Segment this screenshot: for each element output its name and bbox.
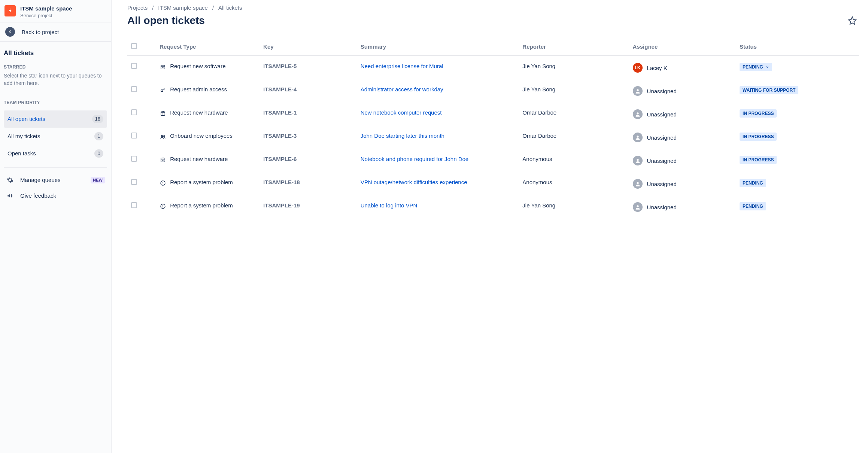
ticket-summary-link[interactable]: VPN outage/network difficulties experien… — [361, 179, 467, 185]
ticket-key[interactable]: ITSAMPLE-1 — [263, 109, 297, 116]
row-checkbox[interactable] — [131, 156, 137, 162]
reporter-name: Omar Darboe — [522, 109, 556, 116]
status-text: PENDING — [743, 204, 763, 209]
assignee-cell[interactable]: Unassigned — [633, 133, 732, 142]
megaphone-icon — [6, 192, 14, 199]
alert-icon — [160, 180, 166, 186]
col-status[interactable]: Status — [736, 40, 859, 56]
assignee-name: Lacey K — [647, 65, 667, 71]
alert-icon — [160, 203, 166, 210]
assignee-cell[interactable]: Unassigned — [633, 86, 732, 96]
main-content: Projects / ITSM sample space / All ticke… — [112, 0, 868, 453]
col-reporter[interactable]: Reporter — [519, 40, 629, 56]
status-badge[interactable]: PENDING — [740, 202, 766, 210]
add-app-icon — [160, 64, 166, 70]
ticket-summary-link[interactable]: Need enterprise license for Mural — [361, 63, 443, 69]
ticket-key[interactable]: ITSAMPLE-5 — [263, 63, 297, 69]
starred-heading: STARRED — [4, 62, 107, 72]
give-feedback-button[interactable]: Give feedback — [3, 188, 108, 204]
avatar — [633, 109, 643, 119]
row-checkbox[interactable] — [131, 86, 137, 92]
request-type-text: Request new hardware — [170, 109, 228, 116]
assignee-cell[interactable]: Unassigned — [633, 156, 732, 165]
table-row: Request new hardwareITSAMPLE-6Notebook a… — [127, 149, 859, 172]
svg-point-13 — [637, 205, 638, 207]
reporter-name: Anonymous — [522, 156, 552, 162]
table-row: Request admin accessITSAMPLE-4Administra… — [127, 79, 859, 103]
col-request-type[interactable]: Request Type — [156, 40, 260, 56]
col-assignee[interactable]: Assignee — [629, 40, 736, 56]
sidebar-queue-item[interactable]: All open tickets18 — [4, 110, 107, 128]
status-badge[interactable]: IN PROGRESS — [740, 156, 777, 164]
sidebar-queue-item[interactable]: All my tickets1 — [4, 128, 107, 145]
ticket-key[interactable]: ITSAMPLE-18 — [263, 179, 300, 185]
assignee-cell[interactable]: Unassigned — [633, 179, 732, 189]
table-row: Request new hardwareITSAMPLE-1New notebo… — [127, 103, 859, 126]
breadcrumb-separator: / — [212, 4, 214, 11]
assignee-name: Unassigned — [647, 88, 677, 94]
ticket-summary-link[interactable]: Notebook and phone required for John Doe — [361, 156, 469, 162]
arrow-left-icon — [5, 27, 15, 37]
sidebar-queue-item[interactable]: Open tasks0 — [4, 145, 107, 162]
col-key[interactable]: Key — [260, 40, 357, 56]
ticket-summary-link[interactable]: New notebook computer request — [361, 109, 442, 116]
row-checkbox[interactable] — [131, 109, 137, 115]
reporter-name: Jie Yan Song — [522, 86, 555, 92]
row-checkbox[interactable] — [131, 63, 137, 69]
request-type-text: Request admin access — [170, 86, 227, 92]
ticket-key[interactable]: ITSAMPLE-19 — [263, 202, 300, 209]
feedback-label: Give feedback — [20, 192, 56, 199]
status-badge[interactable]: IN PROGRESS — [740, 133, 777, 141]
request-type-text: Request new hardware — [170, 156, 228, 162]
back-to-project-button[interactable]: Back to project — [0, 22, 111, 42]
assignee-cell[interactable]: Unassigned — [633, 202, 732, 212]
ticket-key[interactable]: ITSAMPLE-3 — [263, 133, 297, 139]
ticket-key[interactable]: ITSAMPLE-6 — [263, 156, 297, 162]
queue-label: Open tasks — [7, 150, 36, 156]
col-summary[interactable]: Summary — [357, 40, 519, 56]
star-button[interactable] — [846, 14, 859, 27]
request-type-text: Report a system problem — [170, 179, 233, 185]
chevron-down-icon — [765, 65, 769, 69]
assignee-cell[interactable]: Unassigned — [633, 109, 732, 119]
row-checkbox[interactable] — [131, 179, 137, 185]
breadcrumb-space[interactable]: ITSM sample space — [158, 4, 208, 11]
breadcrumb: Projects / ITSM sample space / All ticke… — [127, 4, 859, 11]
status-text: PENDING — [743, 64, 763, 70]
ticket-key[interactable]: ITSAMPLE-4 — [263, 86, 297, 92]
assignee-cell[interactable]: LKLacey K — [633, 63, 732, 73]
ticket-summary-link[interactable]: John Doe starting later this month — [361, 133, 444, 139]
svg-point-11 — [637, 182, 638, 184]
row-checkbox[interactable] — [131, 133, 137, 139]
status-badge[interactable]: WAITING FOR SUPPORT — [740, 86, 798, 94]
select-all-checkbox[interactable] — [131, 43, 137, 49]
status-text: IN PROGRESS — [743, 134, 774, 139]
ticket-summary-link[interactable]: Unable to log into VPN — [361, 202, 418, 209]
all-tickets-heading: All tickets — [4, 47, 107, 62]
starred-empty-text: Select the star icon next to your queues… — [4, 72, 107, 87]
breadcrumb-projects[interactable]: Projects — [127, 4, 148, 11]
avatar — [633, 156, 643, 165]
ticket-summary-link[interactable]: Administrator access for workday — [361, 86, 443, 92]
status-badge[interactable]: IN PROGRESS — [740, 109, 777, 118]
reporter-name: Omar Darboe — [522, 133, 556, 139]
page-title: All open tickets — [127, 15, 205, 27]
status-badge[interactable]: PENDING — [740, 63, 772, 71]
sidebar: ITSM sample space Service project Back t… — [0, 0, 112, 453]
avatar — [633, 179, 643, 189]
sidebar-project-header[interactable]: ITSM sample space Service project — [0, 0, 111, 22]
row-checkbox[interactable] — [131, 202, 137, 208]
svg-point-4 — [637, 112, 638, 114]
project-type: Service project — [20, 13, 72, 18]
assignee-name: Unassigned — [647, 181, 677, 187]
breadcrumb-current[interactable]: All tickets — [218, 4, 242, 11]
team-priority-heading: TEAM PRIORITY — [4, 98, 107, 107]
svg-point-1 — [161, 90, 163, 92]
queue-count: 0 — [94, 149, 103, 158]
add-app-icon — [160, 110, 166, 117]
reporter-name: Jie Yan Song — [522, 63, 555, 69]
status-badge[interactable]: PENDING — [740, 179, 766, 187]
request-type-text: Onboard new employees — [170, 133, 233, 139]
manage-queues-button[interactable]: Manage queues NEW — [3, 172, 108, 188]
manage-queues-label: Manage queues — [20, 177, 61, 183]
